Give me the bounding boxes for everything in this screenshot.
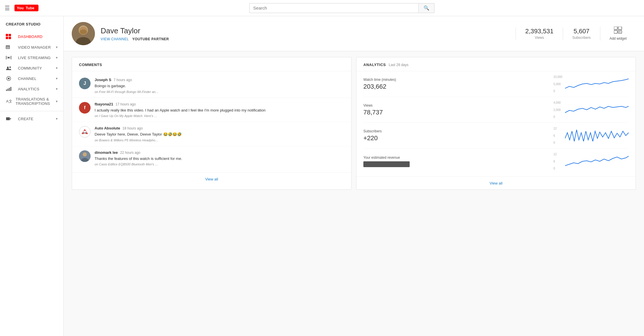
comments-card: COMMENTS J Joseph S 7 hours ago Boingo i…: [72, 57, 352, 190]
chevron-down-icon: ▾: [56, 45, 58, 49]
sidebar-title: CREATOR STUDIO: [0, 22, 63, 31]
comment-on: on Bowers & Wilkins P5 Wireless Headpho…: [95, 138, 344, 142]
svg-rect-1: [6, 46, 10, 47]
sidebar-item-analytics[interactable]: ANALYTICS ▾: [0, 84, 63, 94]
sidebar-item-channel[interactable]: CHANNEL ▾: [0, 73, 63, 84]
analytics-metric: Your estimated revenue: [363, 156, 553, 160]
comments-card-footer: View all: [72, 172, 351, 185]
comment-text: Thanks the features of this watch is suf…: [95, 156, 344, 162]
hamburger-menu-button[interactable]: ☰: [5, 5, 10, 12]
comment-meta: Auto Absolute 18 hours ago: [95, 126, 344, 130]
search-button[interactable]: 🔍: [418, 3, 435, 13]
analytics-content: Watch time (minutes) 203,662 10,000 5,00…: [356, 71, 636, 176]
analytics-value: 78,737: [363, 109, 553, 116]
channel-icon: [6, 76, 14, 81]
chart-yaxis: 12 6 0: [553, 127, 564, 144]
comment-time: 7 hours ago: [114, 78, 132, 82]
dashboard-icon: [6, 34, 14, 39]
avatar-image: [72, 22, 95, 45]
svg-rect-3: [6, 48, 10, 49]
app-layout: CREATOR STUDIO DASHBOARD VIDEO MANAGER: [0, 16, 644, 336]
analytics-row-subscribers: Subscribers +220 12 6 0: [363, 123, 629, 149]
analytics-row-revenue: Your estimated revenue 12 6 0: [363, 149, 629, 174]
analytics-view-all-link[interactable]: View all: [490, 181, 503, 185]
partner-badge: YOUTUBE PARTNER: [132, 37, 169, 41]
sidebar-item-translations[interactable]: A文 TRANSLATIONS & TRANSCRIPTIONS ▾: [0, 94, 63, 109]
channel-header: Dave Taylor VIEW CHANNEL YOUTUBE PARTNER…: [64, 16, 644, 51]
revenue-bar: [363, 161, 410, 167]
sidebar-item-create[interactable]: CREATE ▾: [0, 114, 63, 124]
comment-item: dinomark lee 22 hours ago Thanks the fea…: [72, 146, 351, 170]
svg-point-5: [7, 67, 9, 68]
analytics-value: +220: [363, 134, 553, 142]
comment-meta: Joseph S 7 hours ago: [95, 78, 344, 82]
comment-text: I actually really like this video. I had…: [95, 107, 344, 113]
avatar: [79, 150, 91, 162]
live-streaming-icon: [6, 55, 14, 60]
analytics-card: ANALYTICS Last 28 days Watch time (minut…: [356, 57, 636, 190]
channel-stats: 2,393,531 Views 5,607 Subscribers: [516, 27, 636, 41]
analytics-chart-revenue: 12 6 0: [553, 153, 629, 170]
channel-name: Dave Taylor: [101, 26, 516, 35]
svg-point-6: [10, 67, 11, 68]
svg-rect-2: [6, 47, 10, 48]
avatar: f: [79, 102, 91, 114]
video-manager-icon: [6, 45, 14, 50]
svg-rect-10: [8, 89, 8, 91]
analytics-left: Views 78,737: [363, 103, 553, 116]
add-widget-icon: [614, 27, 622, 35]
chart-svg: [565, 101, 629, 117]
comment-body: dinomark lee 22 hours ago Thanks the fea…: [95, 150, 344, 166]
analytics-title: ANALYTICS: [363, 63, 386, 67]
views-label: Views: [525, 36, 553, 40]
svg-text:A文: A文: [6, 99, 12, 103]
youtube-logo[interactable]: YouTube: [14, 5, 39, 11]
chevron-down-icon: ▾: [56, 76, 58, 81]
comments-view-all-link[interactable]: View all: [205, 177, 218, 181]
chevron-down-icon: ▾: [56, 56, 58, 60]
comment-meta: dinomark lee 22 hours ago: [95, 150, 344, 155]
sidebar-item-video-manager[interactable]: VIDEO MANAGER ▾: [0, 42, 63, 52]
sidebar: CREATOR STUDIO DASHBOARD VIDEO MANAGER: [0, 16, 64, 336]
analytics-metric: Watch time (minutes): [363, 78, 553, 82]
comment-author: Auto Absolute: [95, 126, 120, 130]
search-input[interactable]: [249, 3, 418, 13]
view-channel-link[interactable]: VIEW CHANNEL: [101, 37, 129, 41]
svg-point-31: [83, 152, 87, 156]
analytics-metric: Views: [363, 103, 553, 107]
channel-info: Dave Taylor VIEW CHANNEL YOUTUBE PARTNER: [101, 26, 516, 41]
analytics-chart-watchtime: 10,000 5,000 0: [553, 75, 629, 93]
comment-time: 18 hours ago: [122, 126, 143, 130]
search-container: 🔍: [249, 3, 435, 13]
sidebar-item-dashboard[interactable]: DASHBOARD: [0, 31, 63, 42]
sidebar-divider: [0, 111, 63, 111]
avatar: J: [79, 78, 91, 89]
svg-point-8: [8, 78, 10, 79]
analytics-metric: Subscribers: [363, 129, 553, 133]
analytics-row-watchtime: Watch time (minutes) 203,662 10,000 5,00…: [363, 71, 629, 97]
chart-svg: [565, 153, 629, 169]
sidebar-item-community[interactable]: COMMUNITY ▾: [0, 63, 63, 73]
chart-svg: [565, 75, 629, 91]
svg-rect-12: [10, 87, 11, 91]
analytics-chart-views: 4,000 2,000 0: [553, 101, 629, 118]
comment-on: on Free Wi-Fi through Boingo Wi-Finder a…: [95, 90, 344, 94]
main-content: Dave Taylor VIEW CHANNEL YOUTUBE PARTNER…: [64, 16, 644, 336]
chart-svg: [565, 127, 629, 143]
add-widget-label: Add widget: [610, 36, 627, 41]
analytics-subtitle: Last 28 days: [389, 63, 409, 67]
add-widget-button[interactable]: Add widget: [600, 27, 636, 41]
analytics-left: Watch time (minutes) 203,662: [363, 78, 553, 90]
comments-title: COMMENTS: [79, 63, 102, 67]
sidebar-label-live-streaming: LIVE STREAMING: [18, 56, 51, 60]
chevron-down-icon: ▾: [56, 117, 58, 121]
sidebar-item-live-streaming[interactable]: LIVE STREAMING ▾: [0, 52, 63, 63]
comment-body: Auto Absolute 18 hours ago Deeve Taylor …: [95, 126, 344, 142]
comment-body: fbayona21 17 hours ago I actually really…: [95, 102, 344, 118]
subscribers-count: 5,607: [572, 28, 590, 35]
analytics-chart-subscribers: 12 6 0: [553, 127, 629, 144]
avatar: AA: [79, 126, 91, 138]
create-icon: [6, 116, 14, 121]
analytics-left: Subscribers +220: [363, 129, 553, 142]
svg-rect-9: [6, 90, 7, 91]
